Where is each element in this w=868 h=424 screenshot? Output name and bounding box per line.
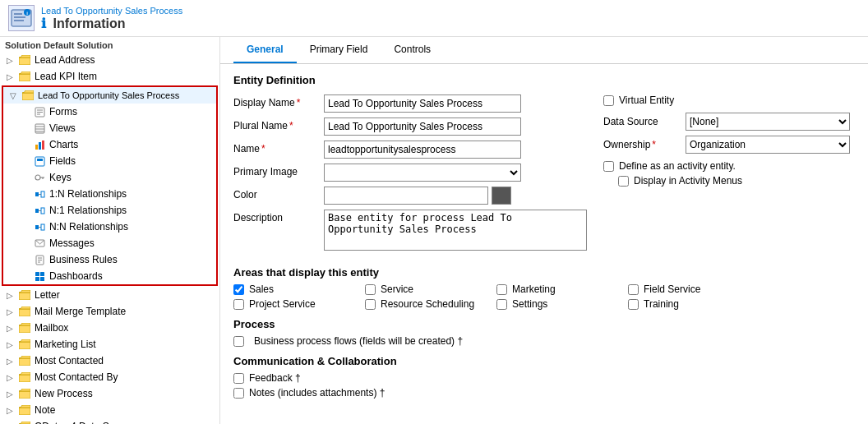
plural-name-control — [324, 118, 587, 136]
notes-checkbox[interactable] — [233, 388, 244, 399]
process-flows-label: Business process flows (fields will be c… — [254, 335, 463, 347]
expand-icon: ▽ — [10, 91, 21, 100]
area-training-label: Training — [644, 298, 679, 310]
color-picker-row — [324, 187, 587, 205]
folder-icon — [18, 403, 31, 417]
expand-icon: ▷ — [7, 373, 18, 382]
area-project-service-checkbox[interactable] — [233, 299, 244, 310]
sidebar-item-label: Business Rules — [49, 254, 118, 265]
virtual-entity-label: Virtual Entity — [619, 94, 674, 106]
area-resource-scheduling-checkbox[interactable] — [365, 299, 376, 310]
svg-point-22 — [35, 175, 40, 180]
folder-icon — [18, 70, 31, 83]
sidebar-item-marketing-list[interactable]: ▷ Marketing List — [0, 336, 219, 353]
area-resource-scheduling: Resource Scheduling — [365, 298, 496, 310]
area-project-service: Project Service — [233, 298, 365, 310]
relationship-icon — [33, 187, 46, 200]
sidebar-item-keys[interactable]: Keys — [15, 169, 216, 186]
expand-icon: ▷ — [7, 56, 18, 65]
notes-row: Notes (includes attachments) † — [233, 387, 855, 399]
area-field-service: Field Service — [628, 283, 760, 295]
feedback-label: Feedback † — [249, 372, 301, 384]
sidebar-item-1n-relationships[interactable]: 1:N Relationships — [15, 186, 216, 202]
svg-rect-31 — [35, 225, 39, 229]
sidebar-item-views[interactable]: Views — [15, 120, 216, 136]
area-training-checkbox[interactable] — [628, 299, 639, 310]
sidebar-item-label: Note — [35, 404, 55, 416]
display-activity-row: Display in Activity Menus — [618, 175, 855, 187]
area-marketing: Marketing — [496, 283, 628, 295]
form-right: Virtual Entity Data Source [None] Owners… — [603, 94, 855, 258]
data-source-select[interactable]: [None] — [686, 113, 850, 131]
area-marketing-checkbox[interactable] — [496, 284, 507, 295]
sidebar-item-label: N:N Relationships — [49, 221, 128, 233]
description-textarea[interactable] — [324, 210, 587, 251]
feedback-row: Feedback † — [233, 372, 855, 384]
sidebar-item-odata[interactable]: ▷ OData v4 Data Source — [0, 418, 219, 424]
sidebar-item-label: Mailbox — [35, 322, 68, 334]
relationship-icon — [33, 220, 46, 233]
sidebar-item-forms[interactable]: Forms — [15, 104, 216, 120]
notes-label: Notes (includes attachments) † — [249, 387, 385, 399]
color-label: Color — [233, 187, 324, 200]
primary-image-label: Primary Image — [233, 164, 324, 177]
sidebar-item-charts[interactable]: Charts — [15, 136, 216, 153]
sidebar-item-lead-address[interactable]: ▷ Lead Address — [0, 52, 219, 68]
description-row: Description — [233, 210, 587, 253]
primary-image-row: Primary Image — [233, 164, 587, 182]
area-sales-checkbox[interactable] — [233, 284, 244, 295]
feedback-checkbox[interactable] — [233, 373, 244, 384]
sidebar-item-n1-relationships[interactable]: N:1 Relationships — [15, 202, 216, 219]
color-swatch[interactable] — [492, 187, 511, 205]
svg-rect-20 — [35, 157, 44, 166]
tab-primary-field[interactable]: Primary Field — [297, 37, 381, 63]
folder-icon — [18, 387, 31, 400]
area-settings-checkbox[interactable] — [496, 299, 507, 310]
header-icon: i — [8, 5, 35, 31]
process-section: Process Business process flows (fields w… — [233, 318, 855, 347]
sidebar-item-most-contacted[interactable]: ▷ Most Contacted — [0, 353, 219, 369]
sidebar-item-messages[interactable]: Messages — [15, 235, 216, 251]
process-flows-checkbox[interactable] — [233, 336, 244, 347]
sidebar-item-new-process[interactable]: ▷ New Process — [0, 385, 219, 402]
virtual-entity-checkbox[interactable] — [603, 95, 614, 106]
primary-image-select[interactable] — [324, 164, 521, 182]
sidebar-item-note[interactable]: ▷ Note — [0, 402, 219, 418]
sidebar-item-lead-opportunity[interactable]: ▽ Lead To Opportunity Sales Process — [3, 87, 216, 104]
svg-rect-17 — [35, 145, 38, 150]
expand-icon: ▷ — [7, 291, 18, 300]
area-service-checkbox[interactable] — [365, 284, 376, 295]
display-name-input[interactable] — [324, 94, 521, 113]
display-name-control — [324, 94, 587, 113]
area-training: Training — [628, 298, 760, 310]
sidebar-item-label: Keys — [49, 172, 72, 183]
sidebar-item-mail-merge[interactable]: ▷ Mail Merge Template — [0, 303, 219, 320]
area-field-service-label: Field Service — [644, 283, 700, 295]
sidebar-item-most-contacted-by[interactable]: ▷ Most Contacted By — [0, 369, 219, 385]
sidebar-item-label: Mail Merge Template — [35, 306, 126, 317]
svg-rect-33 — [41, 224, 44, 230]
ownership-select[interactable]: Organization — [686, 136, 850, 154]
sidebar-item-mailbox[interactable]: ▷ Mailbox — [0, 320, 219, 336]
svg-rect-2 — [14, 16, 25, 18]
svg-rect-7 — [19, 74, 30, 81]
define-activity-checkbox[interactable] — [603, 161, 614, 172]
color-input[interactable] — [324, 187, 488, 205]
form-two-col: Display Name* Plural Name* — [233, 94, 855, 258]
name-control — [324, 141, 587, 159]
tab-controls[interactable]: Controls — [381, 37, 444, 63]
folder-icon — [18, 338, 31, 351]
tab-general[interactable]: General — [233, 37, 297, 63]
area-field-service-checkbox[interactable] — [628, 284, 639, 295]
sidebar-item-nn-relationships[interactable]: N:N Relationships — [15, 219, 216, 235]
areas-title: Areas that display this entity — [233, 266, 855, 279]
sidebar-item-fields[interactable]: Fields — [15, 153, 216, 169]
color-control — [324, 187, 587, 205]
plural-name-input[interactable] — [324, 118, 521, 136]
sidebar-item-lead-kpi[interactable]: ▷ Lead KPI Item — [0, 68, 219, 85]
sidebar-item-business-rules[interactable]: Business Rules — [15, 251, 216, 268]
sidebar-item-letter[interactable]: ▷ Letter — [0, 287, 219, 303]
name-input[interactable] — [324, 141, 521, 159]
display-activity-checkbox[interactable] — [618, 176, 629, 187]
sidebar-item-dashboards[interactable]: Dashboards — [15, 268, 216, 284]
